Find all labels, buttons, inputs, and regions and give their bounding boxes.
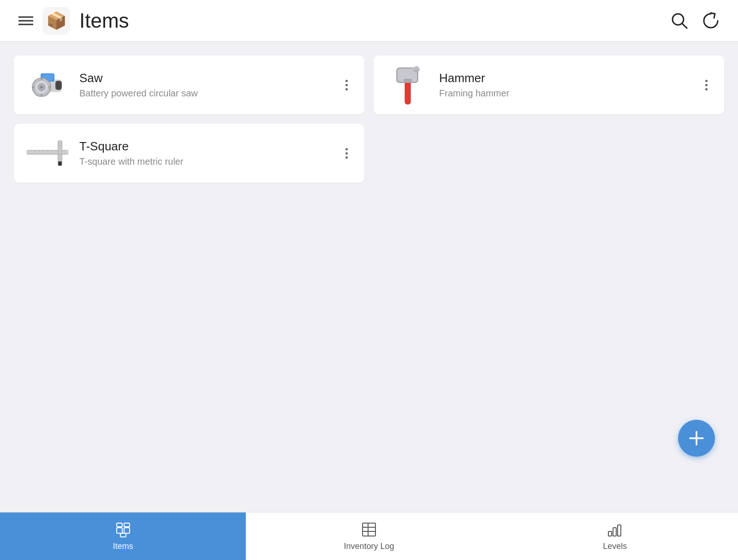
tsquare-item-desc: T-square with metric ruler xyxy=(79,156,331,167)
item-card-tsquare: T-Square T-square with metric ruler xyxy=(14,124,364,183)
svg-rect-42 xyxy=(120,533,126,537)
item-card-saw: Saw Battery powered circular saw xyxy=(14,55,364,114)
saw-icon-container xyxy=(27,66,68,103)
app-icon: 📦 xyxy=(42,7,70,35)
svg-rect-48 xyxy=(613,528,616,536)
svg-point-3 xyxy=(673,14,684,25)
hammer-item-name: Hammer xyxy=(439,71,690,85)
tsquare-item-info: T-Square T-square with metric ruler xyxy=(79,139,331,167)
header-left: 📦 Items xyxy=(18,7,129,35)
page-title: Items xyxy=(79,9,129,32)
saw-item-info: Saw Battery powered circular saw xyxy=(79,71,331,99)
hammer-item-desc: Framing hammer xyxy=(439,88,690,99)
nav-items-label: Items xyxy=(113,542,133,551)
svg-rect-47 xyxy=(608,531,612,536)
main-content: Saw Battery powered circular saw xyxy=(0,42,738,512)
nav-levels[interactable]: Levels xyxy=(492,512,738,560)
nav-levels-label: Levels xyxy=(603,542,627,551)
svg-rect-22 xyxy=(404,79,412,83)
search-button[interactable] xyxy=(671,12,688,30)
menu-button[interactable] xyxy=(18,15,33,26)
saw-item-name: Saw xyxy=(79,71,331,85)
svg-rect-18 xyxy=(56,82,61,89)
hammer-more-button[interactable] xyxy=(702,78,711,92)
svg-rect-40 xyxy=(117,523,122,527)
saw-item-desc: Battery powered circular saw xyxy=(79,88,331,99)
svg-rect-41 xyxy=(124,523,130,527)
saw-more-button[interactable] xyxy=(342,78,351,92)
svg-rect-49 xyxy=(618,525,621,536)
nav-inventory-log-label: Inventory Log xyxy=(344,542,394,551)
add-item-fab[interactable] xyxy=(678,420,715,457)
svg-rect-34 xyxy=(58,161,61,166)
bottom-nav: Items Inventory Log Levels xyxy=(0,512,738,560)
tsquare-more-button[interactable] xyxy=(342,146,351,161)
svg-point-12 xyxy=(40,86,43,89)
nav-items[interactable]: Items xyxy=(0,512,246,560)
app-header: 📦 Items xyxy=(0,0,738,42)
svg-rect-39 xyxy=(124,528,130,533)
item-card-hammer: Hammer Framing hammer xyxy=(374,55,724,114)
svg-rect-43 xyxy=(363,523,375,536)
header-right xyxy=(671,12,720,30)
tsquare-item-name: T-Square xyxy=(79,139,331,154)
hammer-item-info: Hammer Framing hammer xyxy=(439,71,690,99)
svg-rect-19 xyxy=(405,80,411,104)
items-grid: Saw Battery powered circular saw xyxy=(14,55,724,183)
hammer-icon-container xyxy=(387,66,428,103)
svg-rect-38 xyxy=(117,528,122,533)
svg-line-4 xyxy=(682,24,687,29)
nav-inventory-log[interactable]: Inventory Log xyxy=(246,512,492,560)
tsquare-icon-container xyxy=(27,135,68,172)
svg-rect-35 xyxy=(27,154,68,155)
refresh-button[interactable] xyxy=(702,12,720,30)
